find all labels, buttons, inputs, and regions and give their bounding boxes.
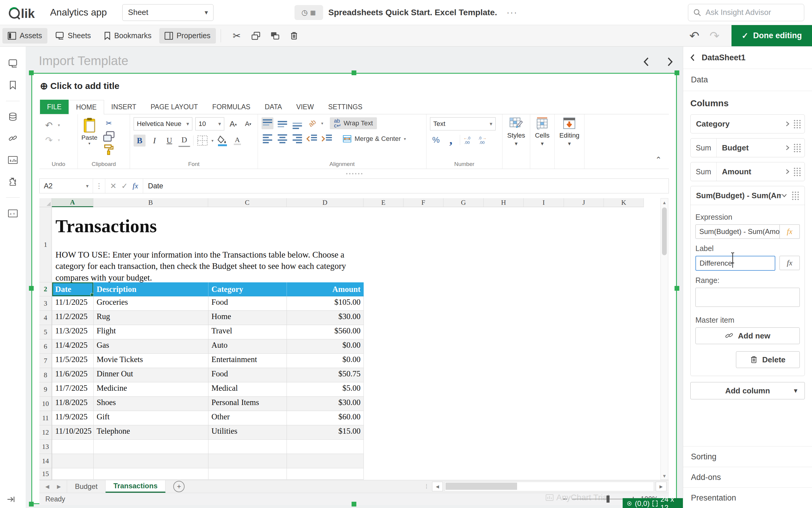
number-format-dropdown[interactable]: Text▾ <box>430 117 495 130</box>
row-header-4[interactable]: 4 <box>39 311 52 325</box>
next-sheet-icon[interactable] <box>667 57 673 67</box>
table-cell[interactable]: $50.75 <box>287 368 364 382</box>
table-cell[interactable]: $560.00 <box>287 325 364 339</box>
row-header-5[interactable]: 5 <box>39 325 52 339</box>
row-header-10[interactable]: 10 <box>39 397 52 411</box>
ribbon-redo-button[interactable]: ↷ <box>43 134 55 146</box>
sheet-title-placeholder[interactable]: Import Template <box>39 54 128 68</box>
font-color-button[interactable]: A <box>231 135 243 146</box>
paste-button[interactable] <box>267 28 283 44</box>
selection-handle[interactable] <box>29 71 34 75</box>
column-header-D[interactable]: D <box>287 198 364 207</box>
table-cell-empty[interactable] <box>208 440 287 454</box>
drag-handle-icon[interactable] <box>792 191 799 200</box>
collapse-ribbon-icon[interactable]: ⌃ <box>648 114 669 169</box>
vertical-scroll-thumb[interactable] <box>662 207 667 255</box>
copy-button[interactable] <box>248 28 264 44</box>
properties-button[interactable]: Properties <box>159 28 216 44</box>
table-cell[interactable]: Rug <box>94 311 208 325</box>
prev-sheet-icon[interactable] <box>643 57 650 67</box>
zoom-out-button[interactable]: − <box>562 494 568 504</box>
table-cell[interactable]: $0.00 <box>287 354 364 368</box>
table-cell-empty[interactable] <box>287 440 364 454</box>
label-input[interactable]: Difference <box>696 256 775 271</box>
table-cell-empty[interactable] <box>287 454 364 468</box>
italic-button[interactable]: I <box>148 135 160 146</box>
more-menu-icon[interactable]: ··· <box>507 8 518 17</box>
accordion-add-ons[interactable]: Add-ons <box>683 467 812 488</box>
column-card-amount[interactable]: SumAmount <box>690 162 805 181</box>
table-cell-empty[interactable] <box>287 468 364 480</box>
table-cell[interactable]: $15.00 <box>287 425 364 440</box>
rail-master-items-icon[interactable] <box>7 133 18 144</box>
table-cell[interactable]: Gift <box>94 411 208 425</box>
horizontal-scroll-thumb[interactable] <box>445 482 517 490</box>
delete-button[interactable] <box>286 28 302 44</box>
splitter-handle-icon[interactable]: ⁞ <box>426 483 427 490</box>
ribbon-drag-strip[interactable] <box>39 169 669 178</box>
confirm-entry-icon[interactable]: ✓ <box>122 181 128 191</box>
add-sheet-button[interactable]: + <box>173 481 185 492</box>
assets-button[interactable]: Assets <box>2 28 47 44</box>
align-center-button[interactable] <box>277 133 288 145</box>
selection-handle[interactable] <box>29 286 34 291</box>
align-left-button[interactable] <box>261 133 274 145</box>
row-header-12[interactable]: 12 <box>39 425 52 440</box>
table-cell[interactable]: 11/6/2025 <box>52 368 94 382</box>
table-cell[interactable]: 11/9/2025 <box>52 411 94 425</box>
table-header-cell[interactable]: Category <box>208 282 287 296</box>
decrease-font-button[interactable]: A▾ <box>242 118 254 130</box>
selection-handle[interactable] <box>674 71 679 75</box>
column-header-E[interactable]: E <box>364 198 403 207</box>
rail-variables-icon[interactable]: x= <box>7 208 18 219</box>
rail-sheets-icon[interactable] <box>7 58 18 69</box>
ribbon-tab-page-layout[interactable]: PAGE LAYOUT <box>143 100 205 114</box>
column-header-K[interactable]: K <box>604 198 644 207</box>
table-cell[interactable]: $5.00 <box>287 382 364 397</box>
table-cell[interactable]: Home <box>208 311 287 325</box>
styles-big-button[interactable]: Styles▼ <box>503 114 530 169</box>
rail-extensions-icon[interactable] <box>7 176 18 187</box>
comma-style-button[interactable]: , <box>445 134 457 146</box>
increase-font-button[interactable]: A▴ <box>227 118 239 130</box>
table-cell[interactable]: Personal Items <box>208 397 287 411</box>
table-cell[interactable]: $105.00 <box>287 296 364 311</box>
cancel-entry-icon[interactable]: ✕ <box>110 181 116 191</box>
label-fx-button[interactable]: fx <box>779 256 800 270</box>
select-all-corner[interactable] <box>39 198 52 207</box>
scroll-down-icon[interactable]: ▼ <box>661 472 668 480</box>
table-cell-empty[interactable] <box>52 454 94 468</box>
bold-button[interactable]: B <box>134 135 146 146</box>
orientation-button[interactable]: ab <box>304 115 321 132</box>
double-underline-button[interactable]: D <box>178 134 190 147</box>
sheets-button[interactable]: Sheets <box>50 28 96 44</box>
table-cell[interactable]: Auto <box>208 339 287 354</box>
column-header-I[interactable]: I <box>524 198 564 207</box>
table-cell[interactable]: Food <box>208 296 287 311</box>
scroll-left-icon[interactable]: ◀ <box>432 482 443 491</box>
table-cell[interactable]: $0.00 <box>287 339 364 354</box>
table-cell-empty[interactable] <box>94 440 208 454</box>
percent-style-button[interactable]: % <box>430 134 442 146</box>
ribbon-tab-insert[interactable]: INSERT <box>104 100 143 114</box>
column-header-C[interactable]: C <box>208 198 287 207</box>
increase-indent-button[interactable] <box>321 133 333 145</box>
table-header-cell[interactable]: Amount <box>287 282 364 296</box>
back-icon[interactable] <box>690 53 695 62</box>
align-middle-button[interactable] <box>277 117 288 129</box>
table-header-cell[interactable]: Description <box>94 282 208 296</box>
ribbon-cut-button[interactable]: ✂ <box>103 117 115 129</box>
table-cell[interactable]: Flight <box>94 325 208 339</box>
cells-big-button[interactable]: Cells▼ <box>530 114 555 169</box>
document-title[interactable]: Spreadsheets Quick Start. Excel Template… <box>328 8 497 17</box>
column-header-G[interactable]: G <box>443 198 484 207</box>
formula-input[interactable]: Date <box>143 179 669 193</box>
cut-button[interactable]: ✂ <box>229 28 245 44</box>
table-cell-empty[interactable] <box>208 454 287 468</box>
row-header-8[interactable]: 8 <box>39 368 52 382</box>
merge-center-button[interactable]: Merge & Center ▾ <box>340 133 409 145</box>
font-size-dropdown[interactable]: 10▾ <box>195 117 224 130</box>
table-cell[interactable]: Gas <box>94 339 208 354</box>
table-cell[interactable]: $30.00 <box>287 311 364 325</box>
file-tab[interactable]: FILE <box>40 100 68 114</box>
